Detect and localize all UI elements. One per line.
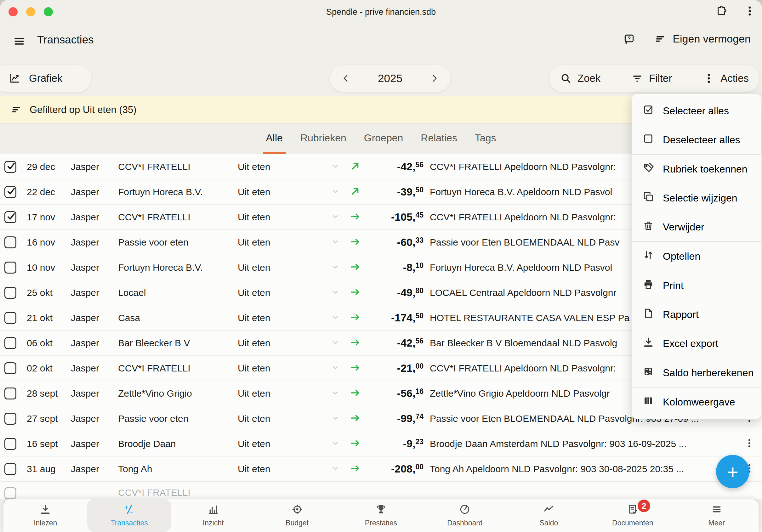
checkbox[interactable] [4, 337, 16, 349]
tab-relaties[interactable]: Relaties [421, 132, 457, 146]
chevron-down-icon[interactable] [331, 389, 340, 398]
chevron-down-icon[interactable] [331, 288, 340, 297]
menu-item-label: Deselecteer alles [663, 134, 740, 146]
chevron-down-icon[interactable] [331, 238, 340, 247]
menu-item-excel-export[interactable]: Excel export [632, 329, 761, 358]
chevron-down-icon[interactable] [331, 339, 340, 348]
tab-rubrieken[interactable]: Rubrieken [300, 132, 346, 146]
checkbox[interactable] [4, 312, 16, 324]
hamburger-menu-icon[interactable] [12, 35, 27, 47]
menu-item-optellen[interactable]: Optellen [632, 242, 761, 271]
chevron-down-icon[interactable] [331, 162, 340, 172]
chevron-down-icon[interactable] [331, 313, 340, 323]
person: Jasper [66, 262, 114, 273]
chevron-down-icon[interactable] [331, 464, 340, 474]
filter-button[interactable]: Filter [631, 72, 672, 84]
menu-group: PrintRapportExcel export [632, 271, 761, 358]
checkbox-checked[interactable] [4, 161, 16, 173]
nav-item-dashboard[interactable]: Dashboard [423, 499, 507, 532]
chevron-right-icon[interactable] [429, 72, 439, 84]
date: 16 nov [23, 237, 66, 248]
nav-item-budget[interactable]: Budget [255, 499, 339, 532]
category: Uit eten [233, 338, 328, 348]
page-title: Transacties [37, 34, 94, 46]
menu-item-selectie-wijzigen[interactable]: Selectie wijzigen [632, 184, 761, 212]
checkbox[interactable] [4, 463, 16, 475]
graph-button[interactable]: Grafiek [0, 65, 91, 92]
payee: Casa [114, 313, 233, 323]
amount: -39,50 [367, 186, 423, 198]
chevron-left-icon[interactable] [341, 72, 351, 84]
add-transaction-fab[interactable]: + [716, 455, 749, 488]
table-row[interactable]: 31 augJasperTong AhUit eten-208,00Tong A… [0, 456, 762, 482]
date: 17 nov [23, 212, 66, 223]
menu-item-print[interactable]: Print [632, 271, 761, 300]
nav-item-saldo[interactable]: Saldo [507, 499, 591, 532]
menu-item-verwijder[interactable]: Verwijder [632, 212, 761, 242]
bar-chart-icon [207, 504, 219, 516]
chevron-down-icon[interactable] [331, 414, 340, 423]
actions-button[interactable]: Acties [703, 72, 749, 84]
chevron-down-icon[interactable] [331, 187, 340, 197]
menu-item-label: Selecteer alles [663, 105, 729, 117]
nav-item-inlezen[interactable]: Inlezen [3, 499, 87, 532]
tab-alle[interactable]: Alle [266, 132, 283, 146]
networth-button[interactable]: Eigen vermogen [654, 33, 751, 45]
checkbox[interactable] [4, 487, 16, 499]
menu-group: Optellen [632, 242, 761, 271]
menu-item-saldo-herberekenen[interactable]: Saldo herberekenen [632, 358, 761, 387]
checkbox[interactable] [4, 236, 16, 248]
nav-item-label: Saldo [539, 519, 558, 527]
kebab-icon [744, 444, 755, 449]
tab-tags[interactable]: Tags [475, 132, 496, 146]
nav-item-documenten[interactable]: Documenten2 [591, 499, 674, 532]
category: Uit eten [233, 237, 328, 248]
checkbox[interactable] [4, 388, 16, 400]
menu-item-kolomweergave[interactable]: Kolomweergave [632, 388, 761, 417]
nav-item-inzicht[interactable]: Inzicht [171, 499, 255, 532]
nav-item-prestaties[interactable]: Prestaties [339, 499, 423, 532]
menu-item-rubriek-toekennen[interactable]: Rubriek toekennen [632, 155, 761, 184]
chevron-down-icon [331, 166, 340, 171]
chevron-down-icon[interactable] [331, 439, 340, 449]
checkbox[interactable] [4, 362, 16, 374]
table-row[interactable]: 16 septJasperBroodje DaanUit eten-9,23Br… [0, 431, 762, 456]
menu-item-selecteer-alles[interactable]: Selecteer alles [632, 96, 761, 125]
date: 16 sept [23, 438, 66, 449]
search-label: Zoek [577, 72, 600, 84]
description: Broodje Daan Amsterdam NLD Pasvolgnr: 90… [423, 438, 737, 449]
checkbox[interactable] [4, 438, 16, 450]
menu-item-deselecteer-alles[interactable]: Deselecteer alles [632, 125, 761, 154]
chevron-down-icon[interactable] [331, 212, 340, 222]
category: Uit eten [233, 262, 328, 273]
checkbox-checked[interactable] [4, 186, 16, 198]
category: Uit eten [233, 413, 328, 424]
menu-item-rapport[interactable]: Rapport [632, 300, 761, 329]
checkbox[interactable] [4, 287, 16, 299]
nav-item-meer[interactable]: Meer [675, 499, 759, 532]
nav-item-transacties[interactable]: +−Transacties [87, 499, 171, 532]
checkbox[interactable] [4, 262, 16, 273]
chevron-down-icon [331, 393, 340, 398]
nav-item-label: Inzicht [203, 519, 224, 527]
amount: -8,10 [367, 261, 423, 273]
extension-puzzle-icon[interactable] [716, 5, 727, 17]
checkbox-checked[interactable] [4, 211, 16, 223]
columns-icon [643, 395, 654, 409]
table-row[interactable]: CCV*I FRATELLI [0, 482, 762, 499]
person: Jasper [66, 363, 114, 374]
filter-lines-icon [11, 104, 22, 116]
checkbox[interactable] [4, 413, 16, 425]
date: 22 dec [23, 187, 66, 197]
nav-item-label: Budget [286, 519, 309, 527]
search-button[interactable]: Zoek [560, 72, 600, 84]
chevron-down-icon[interactable] [331, 364, 340, 373]
tab-groepen[interactable]: Groepen [364, 132, 403, 146]
browser-menu-icon[interactable] [744, 5, 756, 17]
menu-group: Selecteer allesDeselecteer alles [632, 96, 761, 155]
svg-text:+: + [125, 504, 128, 510]
chevron-down-icon[interactable] [331, 263, 340, 272]
printer-icon [643, 278, 654, 292]
help-icon[interactable]: ? [622, 33, 636, 45]
row-menu-icon[interactable] [744, 438, 755, 450]
